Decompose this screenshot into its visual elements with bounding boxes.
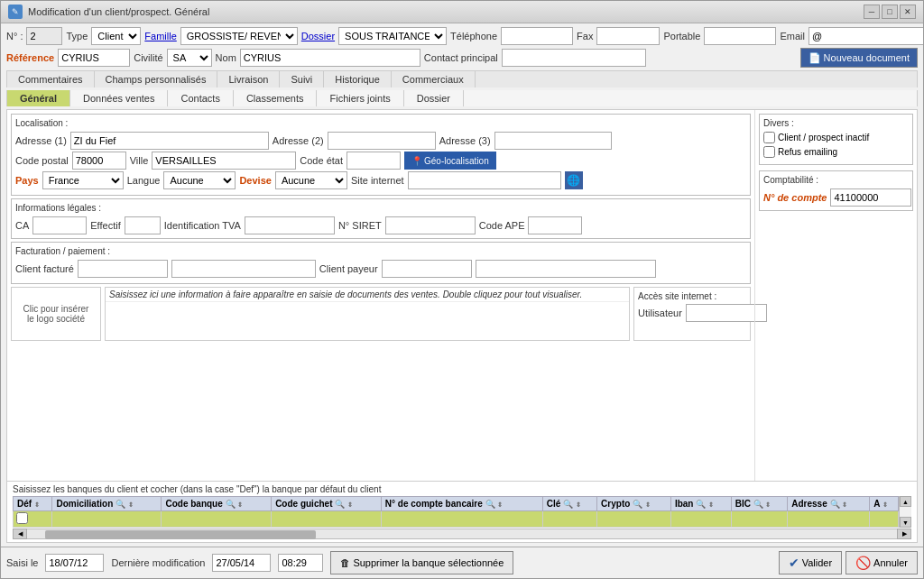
tab-commerciaux[interactable]: Commerciaux xyxy=(392,71,476,87)
bank-cell-crypto[interactable] xyxy=(597,511,671,528)
info-vente-box: Saisissez ici une information à faire ap… xyxy=(105,287,630,341)
ape-input[interactable] xyxy=(528,216,582,234)
vscroll-down[interactable]: ▼ xyxy=(900,517,911,528)
portable-label: Portable xyxy=(663,31,700,41)
langue-select[interactable]: Aucune xyxy=(163,171,236,189)
bank-row[interactable] xyxy=(14,511,899,528)
email-input[interactable] xyxy=(808,27,923,45)
hscroll-bar: ◀ ▶ xyxy=(13,528,911,539)
hscroll-track[interactable] xyxy=(27,528,897,539)
maximize-button[interactable]: □ xyxy=(882,5,898,19)
civilite-label: Civilité xyxy=(134,52,162,63)
tva-input[interactable] xyxy=(245,216,335,234)
compte-input[interactable] xyxy=(830,188,911,207)
modif-time-input[interactable] xyxy=(278,554,323,572)
bank-cell-cle[interactable] xyxy=(542,511,596,528)
inactif-checkbox[interactable] xyxy=(763,132,775,143)
type-select[interactable]: Client xyxy=(91,27,141,45)
bank-cell-guichet[interactable] xyxy=(272,511,382,528)
bank-cell-compte[interactable] xyxy=(381,511,542,528)
tab-classements[interactable]: Classements xyxy=(234,90,318,106)
etat-input[interactable] xyxy=(346,152,401,170)
hscroll-thumb[interactable] xyxy=(45,530,316,539)
tab-contacts[interactable]: Contacts xyxy=(168,90,233,106)
tab-livraison[interactable]: Livraison xyxy=(217,71,280,87)
tab-suivi[interactable]: Suivi xyxy=(280,71,324,87)
adresse3-input[interactable] xyxy=(494,132,612,150)
tab-fichiers-joints[interactable]: Fichiers joints xyxy=(317,90,403,106)
ville-input[interactable] xyxy=(152,152,296,170)
bank-vscroll[interactable]: ▲ ▼ xyxy=(899,496,911,528)
ca-input[interactable] xyxy=(32,216,87,234)
siret-input[interactable] xyxy=(385,216,476,234)
content-area: N° : Type Client Famille GROSSISTE/ REVE… xyxy=(1,23,923,547)
contact-input[interactable] xyxy=(502,49,646,67)
bank-cell-dom[interactable] xyxy=(52,511,162,528)
adresse2-input[interactable] xyxy=(328,132,436,150)
famille-select[interactable]: GROSSISTE/ REVENDEUR xyxy=(180,27,298,45)
col-iban: Iban 🔍 ⇕ xyxy=(670,497,731,511)
bank-cell-adresse[interactable] xyxy=(788,511,870,528)
dossier-label[interactable]: Dossier xyxy=(301,31,335,41)
client-payeur-input2[interactable] xyxy=(476,260,656,278)
nom-input[interactable] xyxy=(240,49,420,67)
header-row1: N° : Type Client Famille GROSSISTE/ REVE… xyxy=(6,27,918,45)
info-vente-content[interactable] xyxy=(106,302,629,340)
tab-historique[interactable]: Historique xyxy=(324,71,392,87)
facturation-section: Facturation / paiement : Client facturé … xyxy=(11,242,751,284)
bank-cell-a[interactable] xyxy=(870,511,899,528)
civilite-select[interactable]: SA xyxy=(167,49,212,67)
saisi-date-input[interactable] xyxy=(45,554,104,572)
logo-box[interactable]: Clic pour insérer le logo société xyxy=(11,287,101,341)
compte-row: N° de compte xyxy=(763,188,909,207)
hscroll-left[interactable]: ◀ xyxy=(13,528,27,539)
delete-bank-button[interactable]: 🗑 Supprimer la banque sélectionnée xyxy=(330,551,513,574)
no-input[interactable] xyxy=(26,27,62,45)
facturation-title: Facturation / paiement : xyxy=(15,246,746,256)
vscroll-up[interactable]: ▲ xyxy=(900,496,911,507)
tab-dossier[interactable]: Dossier xyxy=(404,90,464,106)
info-legales-section: Informations légales : CA Effectif Ident… xyxy=(11,198,751,239)
geo-localisation-button[interactable]: 📍 Géo-localisation xyxy=(404,152,496,170)
nouveau-document-button[interactable]: 📄 Nouveau document xyxy=(800,48,918,68)
col-no-compte: N° de compte bancaire 🔍 ⇕ xyxy=(381,497,542,511)
tab-champs-perso[interactable]: Champs personnalisés xyxy=(95,71,218,87)
globe-icon[interactable]: 🌐 xyxy=(565,171,583,189)
client-facture-input2[interactable] xyxy=(171,260,316,278)
client-facture-input1[interactable] xyxy=(78,260,168,278)
bank-cell-bic[interactable] xyxy=(731,511,788,528)
client-payeur-input1[interactable] xyxy=(382,260,472,278)
effectif-input[interactable] xyxy=(125,216,161,234)
devise-select[interactable]: Aucune xyxy=(275,171,347,189)
fax-input[interactable] xyxy=(596,27,660,45)
bank-cell-def[interactable] xyxy=(14,511,52,528)
tab-donnees-ventes[interactable]: Données ventes xyxy=(70,90,169,106)
close-button[interactable]: ✕ xyxy=(900,5,916,19)
cp-input[interactable] xyxy=(72,152,126,170)
tabs-row1: Commentaires Champs personnalisés Livrai… xyxy=(6,70,918,87)
hscroll-right[interactable]: ▶ xyxy=(897,528,911,539)
telephone-input[interactable] xyxy=(501,27,573,45)
refus-checkbox[interactable] xyxy=(763,146,775,158)
famille-label[interactable]: Famille xyxy=(144,31,176,41)
site-input[interactable] xyxy=(408,171,561,189)
valider-button[interactable]: ✔ Valider xyxy=(779,551,842,574)
dossier-select[interactable]: SOUS TRAITANCE xyxy=(338,27,447,45)
tab-general[interactable]: Général xyxy=(7,90,70,106)
adresse3-label: Adresse (3) xyxy=(439,135,491,146)
bank-table-scroll[interactable]: Déf ⇕ Domiciliation 🔍 ⇕ Code banque 🔍 ⇕ … xyxy=(13,496,899,528)
pays-select[interactable]: France xyxy=(42,171,124,189)
main-tab-content: Localisation : Adresse (1) Adresse (2) A… xyxy=(6,109,918,543)
annuler-button[interactable]: 🚫 Annuler xyxy=(845,551,918,574)
bank-cell-iban[interactable] xyxy=(670,511,731,528)
bank-cell-code[interactable] xyxy=(162,511,272,528)
modif-date-input[interactable] xyxy=(212,554,271,572)
minimize-button[interactable]: ─ xyxy=(864,5,880,19)
def-checkbox[interactable] xyxy=(16,512,28,524)
cp-label: Code postal xyxy=(15,155,69,166)
tab-commentaires[interactable]: Commentaires xyxy=(7,71,95,87)
reference-input[interactable] xyxy=(58,49,130,67)
adresse1-input[interactable] xyxy=(70,132,269,150)
portable-input[interactable] xyxy=(704,27,776,45)
bottom-bar-left: Saisi le Dernière modification 🗑 Supprim… xyxy=(6,551,513,574)
